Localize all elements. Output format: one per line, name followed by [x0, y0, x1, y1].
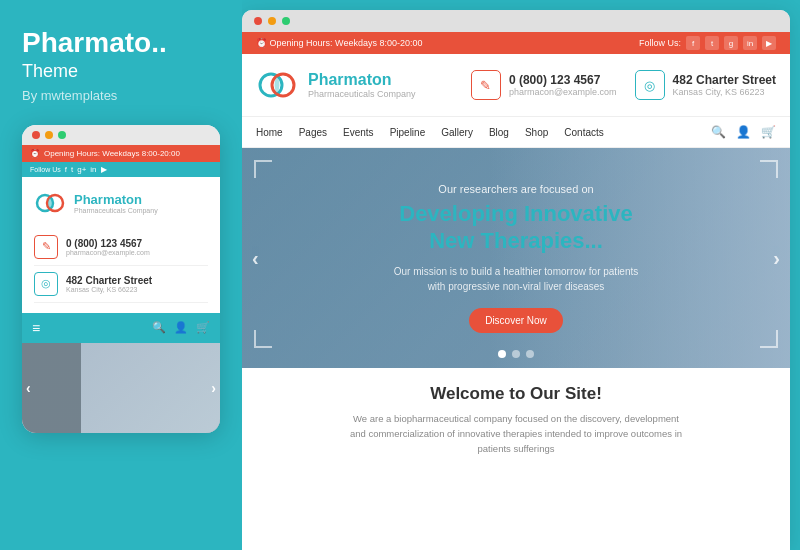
mobile-follow-label: Follow Us — [30, 166, 61, 173]
mobile-hero-image — [81, 343, 220, 433]
mobile-follow-bar: Follow Us f t g+ in ▶ — [22, 162, 220, 177]
mobile-address-main: 482 Charter Street — [66, 275, 152, 286]
right-panel: ⏰ Opening Hours: Weekdays 8:00-20:00 Fol… — [242, 10, 790, 550]
desktop-phone-sub: pharmacon@example.com — [509, 87, 617, 97]
nav-search-icon[interactable]: 🔍 — [711, 125, 726, 139]
mobile-logo-icon — [34, 187, 66, 219]
social-g-icon[interactable]: g+ — [77, 165, 86, 174]
desktop-address-sub: Kansas City, KS 66223 — [673, 87, 776, 97]
hero-small-text: Our researchers are focused on — [394, 183, 639, 195]
dot-green — [282, 17, 290, 25]
desktop-address-item: ◎ 482 Charter Street Kansas City, KS 662… — [635, 70, 776, 100]
corner-tr — [760, 160, 778, 178]
discover-button[interactable]: Discover Now — [469, 308, 563, 333]
nav-items: Home Pages Events Pipeline Gallery Blog … — [256, 127, 604, 138]
welcome-text: We are a biopharmaceutical company focus… — [346, 411, 686, 457]
social-yt-icon[interactable]: ▶ — [762, 36, 776, 50]
mobile-user-icon[interactable]: 👤 — [174, 321, 188, 334]
mobile-mockup: ⏰ Opening Hours: Weekdays 8:00-20:00 Fol… — [22, 125, 220, 433]
left-panel: Pharmato.. Theme By mwtemplates ⏰ Openin… — [0, 0, 242, 550]
mobile-search-icon[interactable]: 🔍 — [152, 321, 166, 334]
hero-dot-3[interactable] — [526, 350, 534, 358]
nav-gallery[interactable]: Gallery — [441, 127, 473, 138]
social-f-icon[interactable]: f — [65, 165, 67, 174]
hero-dots — [498, 350, 534, 358]
social-in-icon[interactable]: in — [743, 36, 757, 50]
desktop-location-icon: ◎ — [635, 70, 665, 100]
mobile-nav-icons: 🔍 👤 🛒 — [152, 321, 210, 334]
follow-label: Follow Us: — [639, 38, 681, 48]
desktop-logo-text: Pharmaton Pharmaceuticals Company — [308, 71, 416, 99]
mobile-logo-row: Pharmaton Pharmaceuticals Company — [34, 187, 208, 219]
mobile-address-item: ◎ 482 Charter Street Kansas City, KS 662… — [34, 266, 208, 303]
location-icon: ◎ — [34, 272, 58, 296]
mobile-hero: ‹ › — [22, 343, 220, 433]
nav-pipeline[interactable]: Pipeline — [390, 127, 426, 138]
nav-user-icon[interactable]: 👤 — [736, 125, 751, 139]
social-in-icon[interactable]: in — [90, 165, 96, 174]
corner-br — [760, 330, 778, 348]
desktop-alert-left: ⏰ Opening Hours: Weekdays 8:00-20:00 — [256, 38, 422, 48]
mobile-brand-name: Pharmaton — [74, 192, 158, 207]
desktop-phone-item: ✎ 0 (800) 123 4567 pharmacon@example.com — [471, 70, 617, 100]
hero-section: Our researchers are focused on Developin… — [242, 148, 790, 368]
corner-bl — [254, 330, 272, 348]
desktop-brand-sub: Pharmaceuticals Company — [308, 89, 416, 99]
mobile-phone-main: 0 (800) 123 4567 — [66, 238, 150, 249]
mobile-prev-button[interactable]: ‹ — [26, 380, 31, 396]
desktop-phone-icon: ✎ — [471, 70, 501, 100]
social-g-icon[interactable]: g — [724, 36, 738, 50]
mobile-browser-bar — [22, 125, 220, 145]
hero-prev-button[interactable]: ‹ — [252, 247, 259, 270]
theme-author: By mwtemplates — [22, 88, 220, 103]
desktop-nav: Home Pages Events Pipeline Gallery Blog … — [242, 117, 790, 148]
nav-blog[interactable]: Blog — [489, 127, 509, 138]
nav-contacts[interactable]: Contacts — [564, 127, 603, 138]
desktop-contacts: ✎ 0 (800) 123 4567 pharmacon@example.com… — [471, 70, 776, 100]
nav-home[interactable]: Home — [256, 127, 283, 138]
desktop-browser-bar — [242, 10, 790, 32]
desktop-phone-text: 0 (800) 123 4567 pharmacon@example.com — [509, 73, 617, 97]
theme-subtitle: Theme — [22, 61, 220, 82]
mobile-alert-bar: ⏰ Opening Hours: Weekdays 8:00-20:00 — [22, 145, 220, 162]
hero-next-button[interactable]: › — [773, 247, 780, 270]
clock-icon: ⏰ — [30, 149, 40, 158]
mobile-next-button[interactable]: › — [211, 380, 216, 396]
mobile-phone-text: 0 (800) 123 4567 pharmacon@example.com — [66, 238, 150, 256]
hero-text: Our researchers are focused on Developin… — [394, 183, 639, 333]
mobile-cart-icon[interactable]: 🛒 — [196, 321, 210, 334]
hamburger-icon[interactable]: ≡ — [32, 320, 40, 336]
social-t-icon[interactable]: t — [705, 36, 719, 50]
desktop-logo-row: Pharmaton Pharmaceuticals Company — [256, 64, 416, 106]
social-f-icon[interactable]: f — [686, 36, 700, 50]
desktop-header: Pharmaton Pharmaceuticals Company ✎ 0 (8… — [242, 54, 790, 117]
mobile-logo-text: Pharmaton Pharmaceuticals Company — [74, 192, 158, 214]
social-yt-icon[interactable]: ▶ — [101, 165, 107, 174]
clock-icon: ⏰ — [256, 38, 270, 48]
mobile-address-sub: Kansas City, KS 66223 — [66, 286, 152, 293]
hero-dot-1[interactable] — [498, 350, 506, 358]
dot-green — [58, 131, 66, 139]
nav-cart-icon[interactable]: 🛒 — [761, 125, 776, 139]
dot-red — [254, 17, 262, 25]
welcome-title: Welcome to Our Site! — [256, 384, 776, 404]
mobile-phone-item: ✎ 0 (800) 123 4567 pharmacon@example.com — [34, 229, 208, 266]
hero-title: Developing InnovativeNew Therapies... — [394, 201, 639, 254]
desktop-address-main: 482 Charter Street — [673, 73, 776, 87]
desktop-logo-icon — [256, 64, 298, 106]
mobile-address-text: 482 Charter Street Kansas City, KS 66223 — [66, 275, 152, 293]
nav-pages[interactable]: Pages — [299, 127, 327, 138]
corner-tl — [254, 160, 272, 178]
desktop-alert-text: Opening Hours: Weekdays 8:00-20:00 — [270, 38, 423, 48]
theme-title: Pharmato.. — [22, 28, 220, 59]
desktop-follow: Follow Us: f t g in ▶ — [639, 36, 776, 50]
desktop-alert-bar: ⏰ Opening Hours: Weekdays 8:00-20:00 Fol… — [242, 32, 790, 54]
mobile-body: Pharmaton Pharmaceuticals Company ✎ 0 (8… — [22, 177, 220, 313]
mobile-nav-bar: ≡ 🔍 👤 🛒 — [22, 313, 220, 343]
nav-shop[interactable]: Shop — [525, 127, 548, 138]
social-t-icon[interactable]: t — [71, 165, 73, 174]
hero-dot-2[interactable] — [512, 350, 520, 358]
nav-events[interactable]: Events — [343, 127, 374, 138]
desktop-phone-main: 0 (800) 123 4567 — [509, 73, 617, 87]
mobile-brand-sub: Pharmaceuticals Company — [74, 207, 158, 214]
